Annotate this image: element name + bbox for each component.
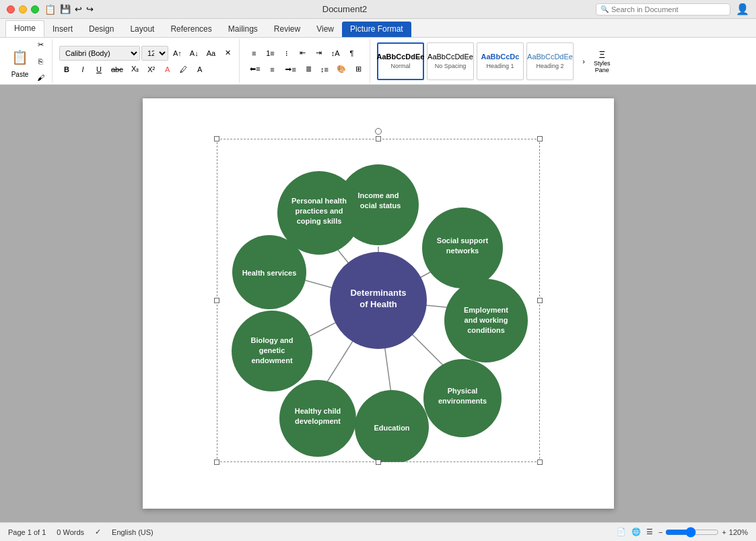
spelling-icon[interactable]: ✓ [95,528,101,536]
text-effects-button[interactable]: A [193,62,207,77]
style-normal[interactable]: AaBbCcDdEe Normal [377,42,424,80]
style-normal-label: Normal [390,63,410,69]
diagram-wrapper[interactable]: Income and social status Social support … [217,139,540,462]
title-bar: 📋 💾 ↩ ↪ Document2 🔍 👤 [0,0,756,19]
line-spacing-button[interactable]: ↕≡ [317,62,332,77]
align-right-button[interactable]: ⮕≡ [281,62,300,77]
cut-button[interactable]: ✂ [33,38,48,53]
view-web-icon[interactable]: 🌐 [631,528,641,536]
traffic-lights [7,5,39,13]
show-formatting-button[interactable]: ¶ [345,46,359,61]
grow-font-button[interactable]: A↑ [170,46,185,61]
save-icon[interactable]: 💾 [60,4,71,14]
document-page: Income and social status Social support … [143,98,614,509]
ribbon-tabs: Home Insert Design Layout References Mai… [0,19,756,38]
style-no-spacing-label: No Spacing [435,63,467,69]
minimize-button[interactable] [19,5,27,13]
search-input[interactable] [611,5,726,13]
user-icon[interactable]: 👤 [736,3,749,15]
copy-button[interactable]: ⎘ [33,54,48,69]
clear-formatting-button[interactable]: ✕ [220,46,235,61]
tab-references[interactable]: References [162,22,219,37]
zoom-in-button[interactable]: + [722,528,726,536]
bold-button[interactable]: B [59,62,74,77]
styles-pane-button[interactable]: Ξ StylesPane [594,49,611,73]
zoom-out-button[interactable]: − [658,528,662,536]
zoom-level: 120% [729,528,748,536]
handle-bm[interactable] [376,459,381,465]
strikethrough-button[interactable]: abc [108,62,127,77]
zoom-control: − + 120% [658,527,748,538]
format-painter-button[interactable]: 🖌 [33,70,48,85]
document-title: Document2 [322,4,367,14]
paragraph-group: ≡ 1≡ ⫶ ⇤ ⇥ ↕A ¶ ⬅≡ ≡ ⮕≡ ≣ ↕≡ 🎨 ⊞ [242,39,370,83]
view-print-icon[interactable]: 📄 [617,528,626,536]
multilevel-list-button[interactable]: ⫶ [279,46,294,61]
handle-tm[interactable] [376,136,381,141]
font-size-select[interactable]: 12 [141,46,168,61]
font-family-select[interactable]: Calibri (Body) [59,46,140,61]
handle-tr[interactable] [537,136,543,141]
style-heading-2-label: Heading 2 [536,63,563,69]
clipboard-group: 📋 Paste ✂ ⎘ 🖌 [4,39,53,83]
language: English (US) [112,528,153,536]
decrease-indent-button[interactable]: ⇤ [296,46,310,61]
borders-button[interactable]: ⊞ [351,62,366,77]
toolbar: 📋 Paste ✂ ⎘ 🖌 Calibri (Body) 12 A↑ A↓ Aa… [0,38,756,85]
align-left-button[interactable]: ⬅≡ [246,62,263,77]
redo-icon[interactable]: ↪ [86,4,94,14]
word-count: 0 Words [57,528,84,536]
handle-br[interactable] [537,459,543,465]
tab-view[interactable]: View [308,22,342,37]
selection-border [217,139,540,462]
style-heading-2[interactable]: AaBbCcDdEe Heading 2 [526,42,574,80]
tab-home[interactable]: Home [5,20,44,37]
justify-button[interactable]: ≣ [301,62,316,77]
handle-mr[interactable] [537,298,543,303]
tab-layout[interactable]: Layout [122,22,162,37]
tab-design[interactable]: Design [81,22,122,37]
page-count: Page 1 of 1 [8,528,46,536]
handle-tl[interactable] [214,136,219,141]
tab-review[interactable]: Review [266,22,308,37]
style-no-spacing[interactable]: AaBbCcDdEe No Spacing [427,42,474,80]
document-area: Income and social status Social support … [0,85,756,522]
align-center-button[interactable]: ≡ [265,62,280,77]
paste-button[interactable]: 📋 [8,44,32,71]
search-icon: 🔍 [600,5,609,13]
shrink-font-button[interactable]: A↓ [186,46,202,61]
tab-mailings[interactable]: Mailings [220,22,266,37]
rotate-handle[interactable] [375,128,382,135]
title-bar-left: 📋 💾 ↩ ↪ [7,4,94,15]
tab-picture-format[interactable]: Picture Format [342,22,411,37]
subscript-button[interactable]: X₂ [128,62,143,77]
quick-access-icon: 📋 [44,4,56,15]
change-case-button[interactable]: Aa [203,46,219,61]
zoom-slider[interactable] [665,527,719,538]
style-heading-1[interactable]: AaBbCcDc Heading 1 [477,42,524,80]
close-button[interactable] [7,5,15,13]
fullscreen-button[interactable] [31,5,39,13]
search-box[interactable]: 🔍 [596,3,730,15]
sort-button[interactable]: ↕A [328,46,343,61]
shading-button[interactable]: 🎨 [333,62,349,77]
title-bar-right: 🔍 👤 [596,3,749,15]
numbering-button[interactable]: 1≡ [263,46,278,61]
underline-button[interactable]: U [92,62,106,77]
undo-icon[interactable]: ↩ [75,4,82,14]
bullets-button[interactable]: ≡ [246,46,261,61]
more-styles-button[interactable]: › [576,42,591,80]
superscript-button[interactable]: X² [144,62,159,77]
tab-insert[interactable]: Insert [44,22,81,37]
handle-bl[interactable] [214,459,219,465]
highlight-button[interactable]: 🖊 [176,62,191,77]
styles-group: AaBbCcDdEe Normal AaBbCcDdEe No Spacing … [373,39,615,83]
view-outline-icon[interactable]: ☰ [646,528,653,536]
increase-indent-button[interactable]: ⇥ [312,46,327,61]
status-bar-right: 📄 🌐 ☰ − + 120% [617,527,748,538]
style-heading-1-label: Heading 1 [486,63,514,69]
font-color-button[interactable]: A [160,62,175,77]
paste-label: Paste [11,71,29,78]
italic-button[interactable]: I [75,62,90,77]
handle-ml[interactable] [214,298,219,303]
